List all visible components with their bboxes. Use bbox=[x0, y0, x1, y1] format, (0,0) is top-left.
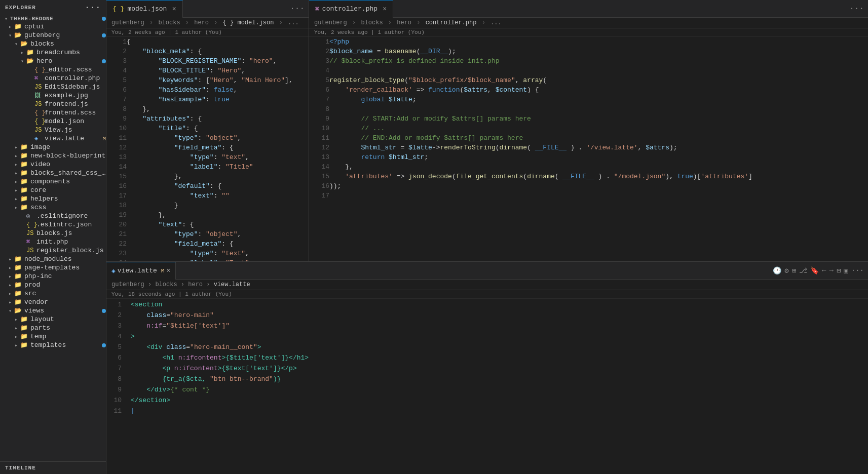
modified-badge bbox=[102, 17, 106, 21]
panel1-git-info: You, 2 weeks ago | 1 author (You) bbox=[106, 28, 309, 37]
chevron-right-icon: ▸ bbox=[6, 265, 14, 271]
source-control-icon[interactable]: ⎇ bbox=[799, 266, 807, 275]
panel2-git-info: You, 2 weeks ago | 1 author (You) bbox=[309, 28, 868, 37]
panel2-menu-icon[interactable]: ··· bbox=[845, 4, 868, 13]
chevron-right-icon: ▸ bbox=[12, 162, 20, 168]
sidebar-item-image[interactable]: ▸ 📁 image bbox=[0, 143, 106, 151]
chevron-down-icon: ▾ bbox=[12, 41, 20, 47]
sidebar-item-controller-php[interactable]: ▸ ⌘ controller.php bbox=[0, 74, 106, 83]
table-row: 20 "text": { bbox=[106, 220, 309, 229]
sidebar-item-helpers[interactable]: ▸ 📁 helpers bbox=[0, 194, 106, 203]
sidebar-item-gutenberg[interactable]: ▾ 📂 gutenberg bbox=[0, 31, 106, 40]
sidebar-item-eslintignore[interactable]: ▸ ◎ .eslintignore bbox=[0, 212, 106, 220]
sidebar-item-editsidebar-js[interactable]: ▸ JS EditSidebar.js bbox=[0, 83, 106, 91]
panel1-menu-icon[interactable]: ··· bbox=[286, 4, 309, 13]
sidebar-item-cptui[interactable]: ▸ 📁 cptui bbox=[0, 22, 106, 31]
sidebar-item-src[interactable]: ▸ 📁 src bbox=[0, 289, 106, 298]
sidebar-item-example-jpg[interactable]: ▸ 🖼 example.jpg bbox=[0, 91, 106, 100]
sidebar-item-editor-scss[interactable]: ▸ { } _editor.scss bbox=[0, 65, 106, 74]
panel1-code-table: 1{ 2 "block_meta": { 3 "BLOCK_REGISTER_N… bbox=[106, 37, 309, 261]
table-row: 4> bbox=[107, 332, 309, 341]
sidebar-item-view-latte[interactable]: ▸ ◈ view.latte M bbox=[0, 134, 106, 143]
panel2-code-area[interactable]: 1<?php 2$block_name = basename(__DIR__);… bbox=[309, 37, 868, 261]
sidebar-label-helpers: helpers bbox=[30, 195, 106, 203]
sidebar-item-views[interactable]: ▾ 📂 views bbox=[0, 306, 106, 315]
file-icon: ◎ bbox=[26, 212, 34, 220]
panel2-tabs: ⌘ controller.php × ··· bbox=[309, 0, 868, 18]
sidebar-label-src: src bbox=[24, 290, 106, 297]
layout-icon[interactable]: ▣ bbox=[844, 266, 848, 275]
chevron-right-icon: ▸ bbox=[12, 144, 20, 150]
sidebar-item-breadcrumbs[interactable]: ▸ 📁 breadcrumbs bbox=[0, 48, 106, 57]
panel1-breadcrumb: gutenberg › blocks › hero › { } model.js… bbox=[106, 18, 309, 28]
sidebar-item-temp[interactable]: ▸ 📁 temp bbox=[0, 332, 106, 341]
history-icon[interactable]: 🕐 bbox=[773, 266, 781, 275]
tab-close-icon[interactable]: × bbox=[172, 5, 176, 13]
table-row: 17 bbox=[309, 191, 868, 201]
sidebar-item-frontend-scss[interactable]: ▸ { } frontend.scss bbox=[0, 108, 106, 117]
sidebar-label-core: core bbox=[30, 186, 106, 194]
bookmark-icon[interactable]: 🔖 bbox=[810, 266, 819, 275]
sidebar-item-page-templates[interactable]: ▸ 📁 page-templates bbox=[0, 263, 106, 272]
split-editor-icon[interactable]: ⊞ bbox=[792, 266, 796, 275]
sidebar-item-frontend-js[interactable]: ▸ JS frontend.js bbox=[0, 100, 106, 108]
table-row: 1{ bbox=[106, 37, 309, 47]
tab-close-icon[interactable]: × bbox=[383, 5, 387, 13]
nav-prev-icon[interactable]: ← bbox=[822, 266, 826, 274]
ellipsis-icon[interactable]: ··· bbox=[851, 266, 864, 274]
chevron-right-icon: ▸ bbox=[12, 170, 20, 176]
table-row: 7 "hasExample": true bbox=[106, 95, 309, 104]
sidebar-item-core[interactable]: ▸ 📁 core bbox=[0, 186, 106, 194]
sidebar-label-prod: prod bbox=[24, 281, 106, 289]
sidebar-label-editsidebar-js: EditSidebar.js bbox=[45, 83, 106, 91]
tab-view-latte[interactable]: ◈ view.latte M × bbox=[106, 262, 176, 280]
sidebar-label-frontend-js: frontend.js bbox=[45, 100, 106, 108]
sidebar-item-video[interactable]: ▸ 📁 video bbox=[0, 160, 106, 169]
sidebar-item-prod[interactable]: ▸ 📁 prod bbox=[0, 281, 106, 289]
sidebar-item-layout[interactable]: ▸ 📁 layout bbox=[0, 315, 106, 324]
sidebar-item-blocks-js[interactable]: ▸ JS blocks.js bbox=[0, 229, 106, 238]
sidebar-item-parts[interactable]: ▸ 📁 parts bbox=[0, 324, 106, 332]
table-row: 21 "type": "object", bbox=[106, 229, 309, 239]
sidebar-item-hero[interactable]: ▾ 📂 hero bbox=[0, 57, 106, 65]
sidebar: EXPLORER ··· ▾ THEME-REDONE ▸ 📁 cptui ▾ … bbox=[0, 0, 106, 474]
table-row: 15 'attributes' => json_decode(file_get_… bbox=[309, 172, 868, 181]
nav-next-icon[interactable]: → bbox=[829, 266, 834, 274]
tab-close-icon[interactable]: × bbox=[166, 267, 170, 274]
sidebar-item-blocks-shared[interactable]: ▸ 📁 blocks_shared_css_and_js bbox=[0, 169, 106, 177]
sidebar-item-php-inc[interactable]: ▸ 📁 php-inc bbox=[0, 272, 106, 281]
panel3-tabs: ◈ view.latte M × 🕐 ⚙ ⊞ ⎇ 🔖 ← → ⊟ ▣ ··· bbox=[106, 262, 868, 280]
sidebar-label-eslintrc-json: .eslintrc.json bbox=[36, 221, 106, 228]
settings-icon[interactable]: ⚙ bbox=[784, 266, 788, 275]
sidebar-item-vendor[interactable]: ▸ 📁 vendor bbox=[0, 298, 106, 306]
sidebar-item-register-block-js[interactable]: ▸ JS register_block.js bbox=[0, 246, 106, 255]
sidebar-item-new-block-blueprint[interactable]: ▸ 📁 new-block-blueprint bbox=[0, 151, 106, 160]
sidebar-menu-icon[interactable]: ··· bbox=[85, 3, 101, 12]
table-row: 10 // ... bbox=[309, 124, 868, 133]
tab-model-json[interactable]: { } model.json × bbox=[106, 0, 183, 18]
latte-file-icon: ◈ bbox=[111, 267, 116, 275]
panel3-code-area[interactable]: 1<section 2 class="hero-main" 3 n:if="$t… bbox=[106, 299, 868, 474]
sidebar-item-blocks[interactable]: ▾ 📂 blocks bbox=[0, 40, 106, 48]
tab-view-latte-label: view.latte bbox=[118, 267, 157, 274]
table-row: 3 n:if="$title['text']" bbox=[107, 321, 309, 331]
sidebar-item-scss[interactable]: ▸ 📁 scss bbox=[0, 203, 106, 212]
sidebar-item-view-js[interactable]: ▸ JS View.js bbox=[0, 126, 106, 134]
modified-badge bbox=[102, 33, 106, 37]
sidebar-item-eslintrc-json[interactable]: ▸ { } .eslintrc.json bbox=[0, 220, 106, 229]
sidebar-item-theme-redone[interactable]: ▾ THEME-REDONE bbox=[0, 15, 106, 22]
compare-icon[interactable]: ⊟ bbox=[837, 266, 841, 275]
table-row: 4 "BLOCK_TITLE": "Hero", bbox=[106, 66, 309, 75]
tab-controller-php[interactable]: ⌘ controller.php × bbox=[309, 0, 393, 18]
sidebar-label-temp: temp bbox=[30, 333, 106, 340]
table-row: 18 } bbox=[106, 201, 309, 210]
sidebar-item-components[interactable]: ▸ 📁 components bbox=[0, 177, 106, 186]
sidebar-item-model-json[interactable]: ▸ { } model.json bbox=[0, 117, 106, 126]
table-row: 5register_block_type("$block_prefix/$blo… bbox=[309, 75, 868, 85]
panel1-code-area[interactable]: 1{ 2 "block_meta": { 3 "BLOCK_REGISTER_N… bbox=[106, 37, 309, 261]
file-icon: { } bbox=[34, 66, 43, 73]
sidebar-item-templates[interactable]: ▸ 📁 templates bbox=[0, 341, 106, 349]
sidebar-item-init-php[interactable]: ▸ ⌘ init.php bbox=[0, 238, 106, 246]
sidebar-label-register-block-js: register_block.js bbox=[36, 247, 106, 254]
sidebar-item-node-modules[interactable]: ▸ 📁 node_modules bbox=[0, 255, 106, 263]
